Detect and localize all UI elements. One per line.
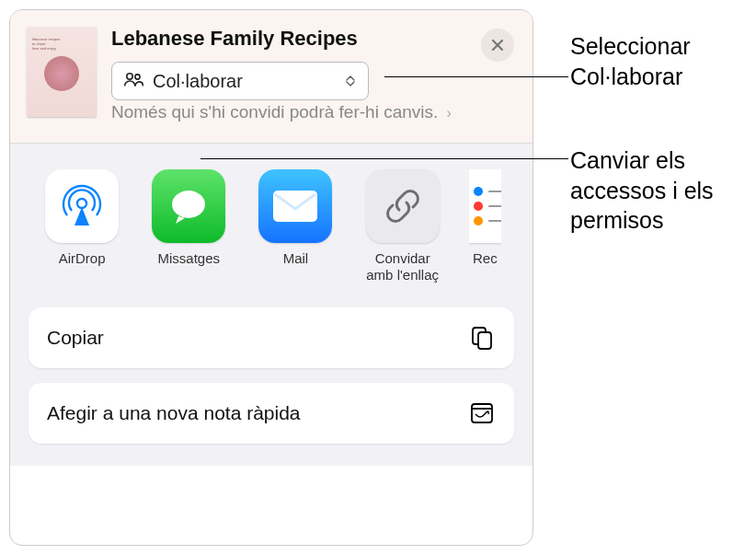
action-label: Afegir a una nova nota ràpida [47,402,301,424]
messages-icon [152,169,225,243]
svg-point-0 [127,74,132,79]
svg-point-3 [172,191,205,218]
collaborate-dropdown-label: Col·laborar [153,71,335,92]
callout-line [384,76,568,77]
quick-note-icon [468,399,496,427]
app-label: Missatges [158,250,221,283]
header-main: Lebanese Family Recipes Col·laborar [111,27,516,124]
collaborate-dropdown[interactable]: Col·laborar [111,62,369,100]
people-icon [123,71,143,91]
updown-arrows-icon [344,72,357,90]
close-button[interactable] [481,29,514,62]
svg-rect-4 [273,191,317,222]
app-label: Mail [283,250,309,283]
annotation-change-permissions: Canviar els accessos i els permisos [570,145,745,236]
action-quick-note[interactable]: Afegir a una nova nota ràpida [29,383,514,444]
share-body: AirDrop Missatges Mail [10,144,533,466]
svg-point-2 [77,199,86,208]
app-messages[interactable]: Missatges [148,169,229,283]
app-label: Rec [473,250,498,283]
share-sheet: lebanese recipesto sharelove and enjoy L… [9,9,533,546]
action-copy[interactable]: Copiar [29,307,514,368]
actions-list: Copiar Afegir a una nova nota ràpida [29,307,514,444]
svg-rect-6 [478,332,491,349]
action-label: Copiar [47,327,104,349]
document-thumbnail: lebanese recipesto sharelove and enjoy [27,27,97,117]
app-invite-link[interactable]: Convidar amb l'enllaç [362,169,443,283]
permissions-hint-text: Només qui s'hi convidi podrà fer-hi canv… [111,102,438,121]
app-label: Convidar amb l'enllaç [362,250,443,283]
mail-icon [258,169,332,243]
app-airdrop[interactable]: AirDrop [41,169,122,283]
close-icon [490,38,505,52]
chevron-right-icon: › [447,105,452,121]
document-title: Lebanese Family Recipes [111,27,516,51]
airdrop-icon [45,169,119,243]
copy-icon [468,324,496,352]
app-reminders-partial[interactable]: Rec [469,169,501,283]
svg-point-1 [135,75,140,79]
callout-line [200,158,568,159]
annotation-select-collaborate: Seleccionar Col·laborar [570,31,745,91]
reminders-icon [469,169,501,243]
permissions-hint[interactable]: Només qui s'hi convidi podrà fer-hi canv… [111,102,452,121]
app-mail[interactable]: Mail [255,169,336,283]
app-label: AirDrop [59,250,106,283]
share-apps-row: AirDrop Missatges Mail [29,166,514,283]
link-icon [366,169,440,243]
